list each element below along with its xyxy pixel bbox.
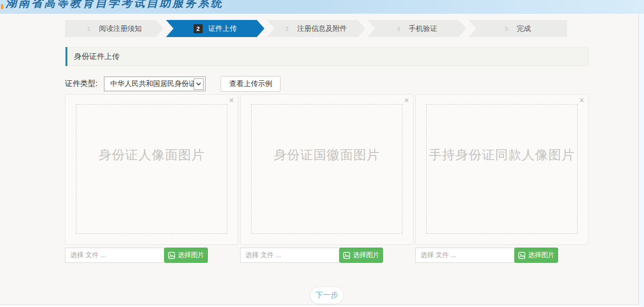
upload-panel: × 身份证人像面图片 (65, 94, 238, 245)
upload-placeholder: 手持身份证同款人像图片 (427, 146, 577, 163)
choose-image-label: 选择图片 (353, 251, 380, 259)
upload-dropzone[interactable]: 手持身份证同款人像图片 (426, 104, 578, 234)
section-title: 身份证件上传 (74, 52, 120, 62)
close-icon[interactable]: × (579, 95, 584, 106)
upload-panels: × 身份证人像面图片 选择 文件 ... (65, 94, 588, 263)
site-title: 湖南省高等教育自学考试自助服务系统 (6, 0, 224, 10)
step-number: 4 (397, 25, 400, 32)
picture-icon (518, 252, 525, 259)
upload-dropzone[interactable]: 身份证国徽面图片 (251, 104, 402, 234)
step-registration-info: 3 注册信息及附件 (267, 20, 365, 37)
choose-image-button[interactable]: 选择图片 (339, 248, 383, 263)
upload-column-emblem-side: × 身份证国徽面图片 选择 文件 ... (240, 94, 413, 263)
file-row: 选择 文件 ... 选择图片 (415, 248, 588, 263)
upload-column-holding-id: × 手持身份证同款人像图片 选择 文件 ... (415, 94, 588, 263)
doc-type-row: 证件类型: 中华人民共和国居民身份证 查看上传示例 (65, 76, 588, 92)
choose-image-button[interactable]: 选择图片 (164, 248, 208, 263)
close-icon[interactable]: × (229, 95, 234, 106)
step-label: 证件上传 (208, 24, 237, 33)
step-label: 阅读注册须知 (99, 24, 141, 33)
doc-type-select[interactable]: 中华人民共和国居民身份证 (104, 77, 205, 91)
choose-image-label: 选择图片 (178, 251, 205, 259)
doc-type-selected-value: 中华人民共和国居民身份证 (104, 79, 194, 88)
step-number: 2 (194, 24, 203, 33)
section-header: 身份证件上传 (65, 47, 588, 66)
next-step-button[interactable]: 下一步 (310, 287, 344, 304)
upload-placeholder: 身份证国徽面图片 (252, 146, 402, 163)
doc-type-label: 证件类型: (65, 79, 97, 89)
step-number: 1 (87, 25, 90, 32)
file-input[interactable]: 选择 文件 ... (240, 248, 339, 263)
choose-image-button[interactable]: 选择图片 (514, 248, 558, 263)
upload-placeholder: 身份证人像面图片 (76, 146, 227, 163)
step-wizard: 1 阅读注册须知 2 证件上传 3 注册信息及附件 4 手机验证 5 完成 (65, 20, 567, 37)
chevron-down-icon (194, 78, 204, 90)
upload-panel: × 身份证国徽面图片 (240, 94, 413, 245)
picture-icon (168, 252, 175, 259)
step-read-notice: 1 阅读注册须知 (65, 20, 164, 37)
section-accent-bar (65, 47, 67, 66)
scrollbar[interactable] (639, 14, 644, 307)
file-row: 选择 文件 ... 选择图片 (65, 248, 238, 263)
file-row: 选择 文件 ... 选择图片 (240, 248, 413, 263)
picture-icon (343, 252, 350, 259)
upload-dropzone[interactable]: 身份证人像面图片 (76, 104, 227, 234)
step-number: 3 (285, 25, 289, 32)
step-phone-verify: 4 手机验证 (368, 20, 467, 37)
footer: 下一步 (65, 287, 588, 304)
upload-column-portrait-side: × 身份证人像面图片 选择 文件 ... (65, 94, 238, 263)
site-banner: 湖南省高等教育自学考试自助服务系统 (0, 0, 644, 14)
file-input[interactable]: 选择 文件 ... (415, 248, 514, 263)
step-label: 注册信息及附件 (297, 24, 347, 33)
choose-image-label: 选择图片 (528, 251, 555, 259)
page: 湖南省高等教育自学考试自助服务系统 1 阅读注册须知 2 证件上传 3 注册信息… (0, 0, 644, 307)
file-input[interactable]: 选择 文件 ... (65, 248, 164, 263)
step-complete: 5 完成 (468, 20, 567, 37)
step-label: 手机验证 (409, 24, 437, 33)
step-label: 完成 (517, 24, 531, 33)
step-document-upload: 2 证件上传 (166, 20, 265, 37)
banner-bullet-icon (1, 4, 3, 9)
upload-panel: × 手持身份证同款人像图片 (415, 94, 588, 245)
main-content: 1 阅读注册须知 2 证件上传 3 注册信息及附件 4 手机验证 5 完成 (0, 14, 639, 305)
step-number: 5 (505, 25, 508, 32)
close-icon[interactable]: × (404, 95, 409, 106)
view-example-button[interactable]: 查看上传示例 (221, 76, 280, 92)
